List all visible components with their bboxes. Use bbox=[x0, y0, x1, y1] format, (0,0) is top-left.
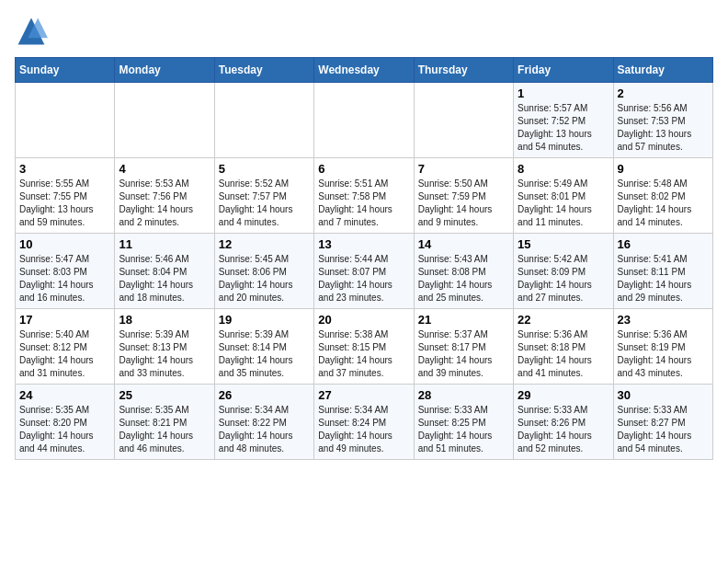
calendar-cell: 11Sunrise: 5:46 AM Sunset: 8:04 PM Dayli… bbox=[115, 234, 214, 309]
day-info: Sunrise: 5:34 AM Sunset: 8:22 PM Dayligh… bbox=[219, 404, 310, 455]
day-info: Sunrise: 5:36 AM Sunset: 8:19 PM Dayligh… bbox=[618, 328, 709, 380]
day-info: Sunrise: 5:51 AM Sunset: 7:58 PM Dayligh… bbox=[318, 178, 409, 229]
calendar-cell: 4Sunrise: 5:53 AM Sunset: 7:56 PM Daylig… bbox=[115, 158, 214, 234]
calendar-cell: 17Sunrise: 5:40 AM Sunset: 8:12 PM Dayli… bbox=[16, 309, 115, 385]
calendar-cell: 28Sunrise: 5:33 AM Sunset: 8:25 PM Dayli… bbox=[414, 385, 513, 460]
calendar-cell: 5Sunrise: 5:52 AM Sunset: 7:57 PM Daylig… bbox=[214, 158, 313, 234]
day-number: 2 bbox=[618, 86, 709, 100]
day-number: 29 bbox=[518, 388, 609, 402]
day-info: Sunrise: 5:41 AM Sunset: 8:11 PM Dayligh… bbox=[618, 253, 709, 304]
weekday-header-row: SundayMondayTuesdayWednesdayThursdayFrid… bbox=[16, 58, 713, 83]
day-number: 3 bbox=[19, 162, 110, 176]
calendar-cell bbox=[115, 83, 214, 158]
day-number: 22 bbox=[518, 313, 609, 327]
day-info: Sunrise: 5:33 AM Sunset: 8:26 PM Dayligh… bbox=[518, 404, 609, 455]
day-number: 20 bbox=[318, 313, 409, 327]
day-number: 16 bbox=[618, 237, 709, 251]
calendar-cell bbox=[314, 83, 414, 158]
weekday-header: Sunday bbox=[16, 58, 115, 83]
day-number: 9 bbox=[618, 162, 709, 176]
calendar-cell: 12Sunrise: 5:45 AM Sunset: 8:06 PM Dayli… bbox=[214, 234, 313, 309]
calendar-cell: 23Sunrise: 5:36 AM Sunset: 8:19 PM Dayli… bbox=[613, 309, 712, 385]
calendar-cell: 22Sunrise: 5:36 AM Sunset: 8:18 PM Dayli… bbox=[514, 309, 613, 385]
day-info: Sunrise: 5:44 AM Sunset: 8:07 PM Dayligh… bbox=[318, 253, 409, 304]
calendar-cell: 13Sunrise: 5:44 AM Sunset: 8:07 PM Dayli… bbox=[314, 234, 414, 309]
calendar-cell: 15Sunrise: 5:42 AM Sunset: 8:09 PM Dayli… bbox=[514, 234, 613, 309]
calendar-cell: 14Sunrise: 5:43 AM Sunset: 8:08 PM Dayli… bbox=[414, 234, 513, 309]
day-info: Sunrise: 5:36 AM Sunset: 8:18 PM Dayligh… bbox=[518, 328, 609, 380]
day-number: 25 bbox=[119, 388, 210, 402]
day-info: Sunrise: 5:33 AM Sunset: 8:25 PM Dayligh… bbox=[418, 404, 509, 455]
calendar-cell: 20Sunrise: 5:38 AM Sunset: 8:15 PM Dayli… bbox=[314, 309, 414, 385]
calendar-week-row: 1Sunrise: 5:57 AM Sunset: 7:52 PM Daylig… bbox=[16, 83, 713, 158]
day-number: 15 bbox=[518, 237, 609, 251]
day-number: 12 bbox=[219, 237, 310, 251]
calendar-cell: 9Sunrise: 5:48 AM Sunset: 8:02 PM Daylig… bbox=[613, 158, 712, 234]
day-number: 30 bbox=[618, 388, 709, 402]
day-number: 11 bbox=[119, 237, 210, 251]
day-info: Sunrise: 5:57 AM Sunset: 7:52 PM Dayligh… bbox=[518, 102, 609, 154]
day-info: Sunrise: 5:47 AM Sunset: 8:03 PM Dayligh… bbox=[19, 253, 110, 304]
calendar-cell: 27Sunrise: 5:34 AM Sunset: 8:24 PM Dayli… bbox=[314, 385, 414, 460]
calendar-week-row: 10Sunrise: 5:47 AM Sunset: 8:03 PM Dayli… bbox=[16, 234, 713, 309]
day-number: 24 bbox=[19, 388, 110, 402]
day-info: Sunrise: 5:52 AM Sunset: 7:57 PM Dayligh… bbox=[219, 178, 310, 229]
calendar-cell: 30Sunrise: 5:33 AM Sunset: 8:27 PM Dayli… bbox=[613, 385, 712, 460]
day-number: 17 bbox=[19, 313, 110, 327]
calendar-cell: 19Sunrise: 5:39 AM Sunset: 8:14 PM Dayli… bbox=[214, 309, 313, 385]
day-number: 26 bbox=[219, 388, 310, 402]
calendar-cell: 16Sunrise: 5:41 AM Sunset: 8:11 PM Dayli… bbox=[613, 234, 712, 309]
day-info: Sunrise: 5:55 AM Sunset: 7:55 PM Dayligh… bbox=[19, 178, 110, 229]
day-info: Sunrise: 5:49 AM Sunset: 8:01 PM Dayligh… bbox=[518, 178, 609, 229]
weekday-header: Thursday bbox=[414, 58, 513, 83]
day-number: 23 bbox=[618, 313, 709, 327]
calendar-cell: 26Sunrise: 5:34 AM Sunset: 8:22 PM Dayli… bbox=[214, 385, 313, 460]
weekday-header: Monday bbox=[115, 58, 214, 83]
logo-icon bbox=[15, 15, 48, 48]
calendar-week-row: 3Sunrise: 5:55 AM Sunset: 7:55 PM Daylig… bbox=[16, 158, 713, 234]
day-info: Sunrise: 5:56 AM Sunset: 7:53 PM Dayligh… bbox=[618, 102, 709, 154]
logo bbox=[15, 15, 51, 48]
day-info: Sunrise: 5:35 AM Sunset: 8:20 PM Dayligh… bbox=[19, 404, 110, 455]
day-number: 28 bbox=[418, 388, 509, 402]
header bbox=[15, 15, 713, 48]
day-number: 14 bbox=[418, 237, 509, 251]
day-number: 7 bbox=[418, 162, 509, 176]
day-info: Sunrise: 5:38 AM Sunset: 8:15 PM Dayligh… bbox=[318, 328, 409, 380]
day-number: 13 bbox=[318, 237, 409, 251]
day-info: Sunrise: 5:50 AM Sunset: 7:59 PM Dayligh… bbox=[418, 178, 509, 229]
day-info: Sunrise: 5:46 AM Sunset: 8:04 PM Dayligh… bbox=[119, 253, 210, 304]
day-number: 21 bbox=[418, 313, 509, 327]
day-number: 4 bbox=[119, 162, 210, 176]
weekday-header: Tuesday bbox=[214, 58, 313, 83]
day-info: Sunrise: 5:35 AM Sunset: 8:21 PM Dayligh… bbox=[119, 404, 210, 455]
day-number: 8 bbox=[518, 162, 609, 176]
calendar-cell bbox=[214, 83, 313, 158]
calendar-cell: 10Sunrise: 5:47 AM Sunset: 8:03 PM Dayli… bbox=[16, 234, 115, 309]
calendar-cell: 6Sunrise: 5:51 AM Sunset: 7:58 PM Daylig… bbox=[314, 158, 414, 234]
day-info: Sunrise: 5:34 AM Sunset: 8:24 PM Dayligh… bbox=[318, 404, 409, 455]
day-number: 6 bbox=[318, 162, 409, 176]
calendar-cell: 18Sunrise: 5:39 AM Sunset: 8:13 PM Dayli… bbox=[115, 309, 214, 385]
day-info: Sunrise: 5:39 AM Sunset: 8:14 PM Dayligh… bbox=[219, 328, 310, 380]
day-number: 27 bbox=[318, 388, 409, 402]
calendar-cell: 25Sunrise: 5:35 AM Sunset: 8:21 PM Dayli… bbox=[115, 385, 214, 460]
calendar-cell: 21Sunrise: 5:37 AM Sunset: 8:17 PM Dayli… bbox=[414, 309, 513, 385]
day-info: Sunrise: 5:45 AM Sunset: 8:06 PM Dayligh… bbox=[219, 253, 310, 304]
calendar-week-row: 17Sunrise: 5:40 AM Sunset: 8:12 PM Dayli… bbox=[16, 309, 713, 385]
day-info: Sunrise: 5:37 AM Sunset: 8:17 PM Dayligh… bbox=[418, 328, 509, 380]
day-number: 5 bbox=[219, 162, 310, 176]
day-info: Sunrise: 5:43 AM Sunset: 8:08 PM Dayligh… bbox=[418, 253, 509, 304]
weekday-header: Wednesday bbox=[314, 58, 414, 83]
weekday-header: Friday bbox=[514, 58, 613, 83]
calendar-cell: 3Sunrise: 5:55 AM Sunset: 7:55 PM Daylig… bbox=[16, 158, 115, 234]
calendar-cell: 7Sunrise: 5:50 AM Sunset: 7:59 PM Daylig… bbox=[414, 158, 513, 234]
day-info: Sunrise: 5:42 AM Sunset: 8:09 PM Dayligh… bbox=[518, 253, 609, 304]
weekday-header: Saturday bbox=[613, 58, 712, 83]
calendar-cell bbox=[16, 83, 115, 158]
day-info: Sunrise: 5:53 AM Sunset: 7:56 PM Dayligh… bbox=[119, 178, 210, 229]
calendar-table: SundayMondayTuesdayWednesdayThursdayFrid… bbox=[15, 57, 713, 460]
calendar-cell: 8Sunrise: 5:49 AM Sunset: 8:01 PM Daylig… bbox=[514, 158, 613, 234]
day-number: 19 bbox=[219, 313, 310, 327]
day-number: 1 bbox=[518, 86, 609, 100]
